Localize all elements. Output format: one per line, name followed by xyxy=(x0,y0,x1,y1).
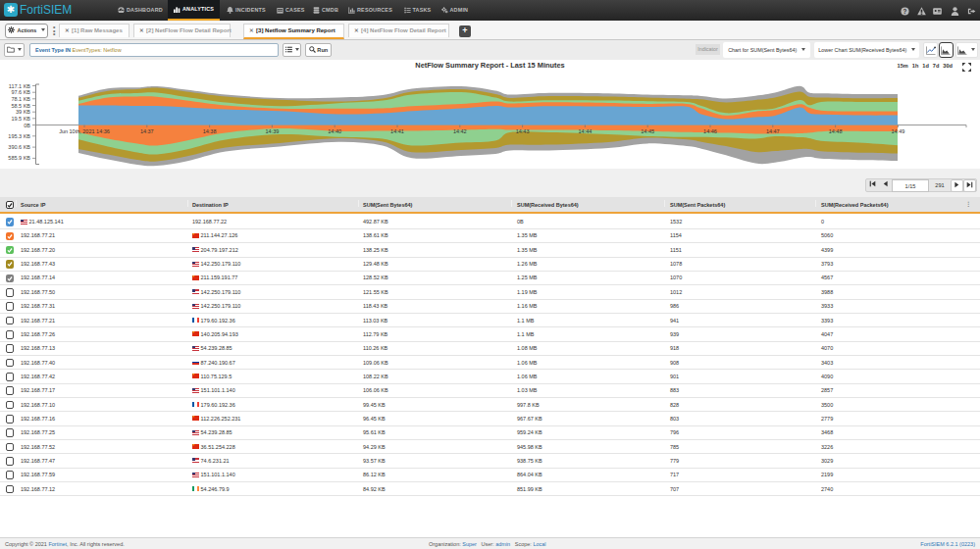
svg-text:14:39: 14:39 xyxy=(266,128,280,134)
svg-text:?: ? xyxy=(903,8,907,15)
svg-text:19.5 KB: 19.5 KB xyxy=(11,116,30,122)
svg-text:117.1 KB: 117.1 KB xyxy=(9,83,31,89)
svg-text:14:49: 14:49 xyxy=(892,128,905,134)
svg-text:0B: 0B xyxy=(24,123,30,128)
svg-text:14:41: 14:41 xyxy=(390,128,404,134)
svg-text:14:37: 14:37 xyxy=(140,128,154,134)
svg-text:14:38: 14:38 xyxy=(203,128,217,134)
svg-text:195.3 KB: 195.3 KB xyxy=(8,133,30,139)
svg-text:39 KB: 39 KB xyxy=(16,109,30,115)
svg-text:97.6 KB: 97.6 KB xyxy=(11,89,30,95)
svg-text:14:42: 14:42 xyxy=(453,128,467,134)
svg-text:14:45: 14:45 xyxy=(641,128,654,134)
svg-text:14:48: 14:48 xyxy=(829,128,843,134)
svg-text:78.1 KB: 78.1 KB xyxy=(11,96,30,102)
svg-text:58.5 KB: 58.5 KB xyxy=(11,103,30,109)
svg-text:Jun 10th, 2021 14:36: Jun 10th, 2021 14:36 xyxy=(59,128,110,134)
svg-text:14:46: 14:46 xyxy=(703,128,717,134)
svg-text:14:47: 14:47 xyxy=(766,128,780,134)
svg-text:14:43: 14:43 xyxy=(516,128,530,134)
svg-text:390.6 KB: 390.6 KB xyxy=(8,144,30,150)
svg-text:14:44: 14:44 xyxy=(579,128,593,134)
svg-text:14:40: 14:40 xyxy=(328,128,341,134)
svg-text:585.9 KB: 585.9 KB xyxy=(8,155,30,161)
